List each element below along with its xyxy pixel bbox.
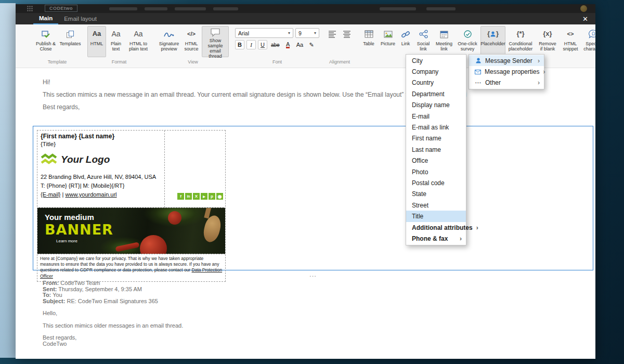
meeting-link-button[interactable]: Meeting link [434, 26, 454, 57]
waffle-icon[interactable] [27, 6, 33, 11]
signature-preview-label: Signature preview [159, 41, 179, 51]
one-click-survey-button[interactable]: One-click survey [456, 26, 479, 57]
signature-block[interactable]: {First name} {Last name} {Title} Your Lo… [33, 126, 593, 270]
menu-item-email-as-link[interactable]: E-mail as link [406, 122, 466, 133]
remove-if-blank-icon: {x} [543, 28, 552, 40]
close-icon[interactable]: ✕ [582, 13, 588, 24]
html-snippet-button[interactable]: <> HTML snippet [561, 26, 580, 57]
menu-item-company[interactable]: Company [406, 66, 466, 77]
font-color-button[interactable]: A [283, 40, 293, 49]
social-link-icon [419, 28, 428, 40]
italic-button[interactable]: I [246, 40, 256, 49]
dim-menu-item [109, 7, 137, 10]
align-layout-center-button[interactable] [340, 26, 354, 57]
strikethrough-button[interactable]: abe [269, 40, 281, 49]
thread-greeting: Hello, [43, 310, 595, 317]
plain-text-button[interactable]: Aa Plain text [107, 26, 125, 57]
picture-button[interactable]: Picture [379, 26, 397, 57]
bold-button[interactable]: B [235, 40, 244, 49]
menu-item-postal-code[interactable]: Postal code [406, 177, 466, 188]
placeholder-label: Placeholder [480, 41, 505, 46]
signature-preview-button[interactable]: Signature preview [157, 26, 181, 57]
menu-item-label: Other [485, 79, 501, 86]
linkedin-icon[interactable]: in [185, 193, 192, 200]
templates-button[interactable]: Templates [59, 26, 81, 57]
menu-item-title[interactable]: Title [406, 211, 466, 222]
menu-item-last-name[interactable]: Last name [406, 144, 466, 155]
placeholder-icon: {} [487, 28, 499, 40]
placeholder-menu: Message Sender › Message properties › ⋯ … [469, 54, 544, 89]
menu-item-label: Message properties [485, 68, 539, 75]
dim-menu-item [380, 7, 416, 10]
social-link-button[interactable]: Social link [414, 26, 433, 57]
banner-image[interactable]: Your medium BANNER Learn more [37, 207, 225, 254]
font-family-select[interactable]: Arial ▾ [235, 28, 293, 38]
pinterest-icon[interactable]: p [209, 193, 215, 200]
youtube-icon[interactable]: ▶ [201, 193, 207, 200]
menu-item-label: Message Sender [485, 57, 532, 64]
menu-item-other[interactable]: ⋯ Other › [469, 77, 544, 88]
website-link[interactable]: www.yourdomain.url [66, 191, 117, 198]
table-button[interactable]: Table [360, 26, 378, 57]
menu-item-message-properties[interactable]: Message properties › [469, 66, 544, 77]
menu-item-state[interactable]: State [406, 189, 466, 200]
ribbon-group-font: Arial ▾ 9 ▾ B I U abe A Aa ✎ [233, 26, 321, 68]
remove-if-blank-button[interactable]: {x} Remove if blank [536, 26, 560, 57]
menu-item-first-name[interactable]: First name [406, 133, 466, 144]
avatar[interactable] [580, 5, 587, 12]
menu-item-department[interactable]: Department [406, 88, 466, 99]
menu-item-street[interactable]: Street [406, 200, 466, 211]
html-source-button[interactable]: </> HTML source [182, 26, 201, 57]
underline-button[interactable]: U [258, 40, 267, 49]
facebook-icon[interactable]: f [177, 193, 184, 200]
font-size-select[interactable]: 9 ▾ [295, 28, 319, 38]
show-sample-thread-button[interactable]: Show sample email thread [202, 26, 229, 57]
thread-sent: Sent: Thursday, September 4, 9:35 AM [43, 287, 595, 293]
thread-subject: Subject: RE: CodeTwo Email Signatures 36… [43, 298, 595, 305]
tab-email-layout[interactable]: Email layout [58, 13, 102, 24]
group-label-font: Font [272, 59, 282, 64]
link-label: Link [401, 41, 410, 46]
instagram-icon[interactable]: ◉ [216, 193, 223, 200]
special-character-button[interactable]: Ω Special character [581, 26, 595, 57]
menu-item-label: Phone & fax [412, 235, 448, 242]
older-message: From: CodeTwo Team Sent: Thursday, Septe… [43, 280, 595, 347]
placeholder-button[interactable]: {} Placeholder [480, 26, 505, 57]
ribbon-group-view: Signature preview </> HTML source Show s… [155, 26, 231, 68]
thread-closing: Best regards, [43, 335, 595, 341]
chevron-down-icon: ▾ [288, 31, 290, 35]
menu-item-display-name[interactable]: Display name [406, 100, 466, 111]
svg-text:Ω: Ω [592, 32, 595, 36]
email-link[interactable]: {E-mail} [41, 191, 61, 198]
signature-links: {E-mail} | www.yourdomain.url [41, 191, 161, 198]
tab-main[interactable]: Main [33, 13, 58, 24]
ribbon-group-template: Publish & Close Templates Template [31, 26, 83, 68]
x-icon[interactable]: X [193, 193, 200, 200]
remove-if-blank-label: Remove if blank [537, 41, 558, 51]
publish-close-icon [41, 28, 50, 40]
submenu-arrow-icon: › [543, 68, 545, 75]
html-format-button[interactable]: Aa HTML [87, 26, 106, 57]
html-to-plain-button[interactable]: Aa HTML to plain text [126, 26, 151, 57]
menu-item-country[interactable]: Country [406, 77, 466, 88]
change-case-button[interactable]: Aa [295, 40, 305, 49]
link-button[interactable]: Link [398, 26, 413, 57]
menu-item-email[interactable]: E-mail [406, 111, 466, 122]
format-painter-icon[interactable]: ✎ [307, 40, 316, 49]
menu-item-city[interactable]: City [406, 55, 466, 66]
conditional-placeholder-button[interactable]: {*} Conditional placeholder [506, 26, 535, 57]
conditional-placeholder-icon: {*} [516, 28, 524, 40]
menu-item-photo[interactable]: Photo [406, 166, 466, 177]
html-source-icon: </> [187, 28, 196, 40]
menu-item-phone-fax[interactable]: Phone & fax › [406, 233, 466, 244]
publish-close-button[interactable]: Publish & Close [33, 26, 58, 57]
plain-text-label: Plain text [109, 41, 123, 51]
email-editor-surface[interactable]: Hi! This section mimics a new message in… [16, 68, 595, 359]
special-character-icon: Ω [589, 28, 596, 40]
menu-item-office[interactable]: Office [406, 155, 466, 166]
menu-item-message-sender[interactable]: Message Sender › [469, 55, 544, 66]
person-icon [475, 58, 482, 63]
align-layout-left-button[interactable] [326, 26, 339, 57]
menu-item-additional-attributes[interactable]: Additional attributes › [406, 222, 466, 233]
chevron-down-icon: ▾ [314, 31, 316, 35]
